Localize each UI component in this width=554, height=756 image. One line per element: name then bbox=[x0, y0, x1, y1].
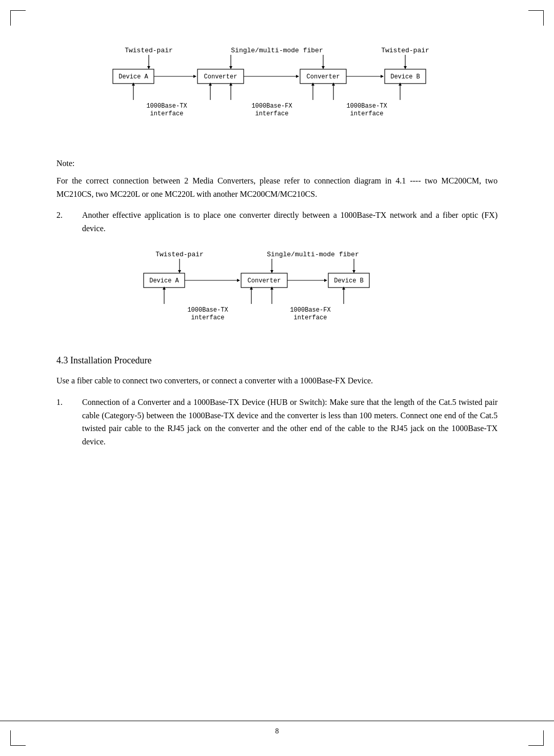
d2-label-1000tx: 1000Base-TX bbox=[187, 307, 228, 314]
svg-marker-35 bbox=[324, 279, 327, 282]
corner-mark-tr bbox=[528, 10, 544, 26]
diagram1-svg: Twisted-pair Single/multi-mode fiber Twi… bbox=[97, 41, 457, 144]
paragraph1: For the correct connection between 2 Med… bbox=[56, 174, 498, 200]
section-paragraph: Use a fiber cable to connect two convert… bbox=[56, 374, 498, 387]
d1-label-iface-mid: interface bbox=[255, 110, 289, 117]
d1-label-iface-left: interface bbox=[150, 110, 184, 117]
d1-label-tp-left: Twisted-pair bbox=[125, 47, 173, 54]
corner-mark-tl bbox=[10, 10, 26, 26]
d1-label-tp-right: Twisted-pair bbox=[381, 47, 429, 54]
svg-marker-27 bbox=[178, 270, 181, 273]
svg-marker-5 bbox=[322, 66, 325, 69]
svg-marker-15 bbox=[132, 83, 135, 86]
d1-text-device-b: Device B bbox=[390, 73, 420, 80]
svg-marker-1 bbox=[147, 66, 150, 69]
svg-marker-13 bbox=[381, 75, 384, 78]
d2-label-fiber: Single/multi-mode fiber bbox=[267, 251, 359, 258]
section-heading: 4.3 Installation Procedure bbox=[56, 355, 498, 366]
d2-label-tp: Twisted-pair bbox=[155, 251, 204, 258]
svg-marker-25 bbox=[399, 83, 402, 86]
d1-label-1000fx: 1000Base-FX bbox=[251, 103, 292, 110]
d2-text-converter: Converter bbox=[248, 277, 281, 284]
d2-label-iface-right: interface bbox=[294, 314, 327, 321]
d1-label-fiber: Single/multi-mode fiber bbox=[231, 47, 323, 54]
d2-text-device-a: Device A bbox=[149, 277, 179, 284]
item2-number: 2. bbox=[56, 209, 72, 235]
diagram1-container: Twisted-pair Single/multi-mode fiber Twi… bbox=[56, 41, 498, 144]
d1-label-1000tx-right: 1000Base-TX bbox=[346, 103, 387, 110]
svg-marker-17 bbox=[209, 83, 212, 86]
svg-marker-41 bbox=[270, 287, 273, 290]
item1-content: Connection of a Converter and a 1000Base… bbox=[82, 396, 498, 448]
d1-label-iface-right: interface bbox=[350, 110, 384, 117]
numbered-item-1: 1. Connection of a Converter and a 1000B… bbox=[56, 396, 498, 448]
d1-label-1000tx-left: 1000Base-TX bbox=[146, 103, 187, 110]
d1-text-device-a: Device A bbox=[118, 73, 148, 80]
diagram2-container: Twisted-pair Single/multi-mode fiber Dev… bbox=[56, 245, 498, 340]
svg-marker-19 bbox=[229, 83, 232, 86]
note-heading: Note: bbox=[56, 159, 498, 168]
svg-marker-7 bbox=[404, 66, 407, 69]
svg-marker-33 bbox=[237, 279, 240, 282]
svg-marker-39 bbox=[250, 287, 253, 290]
svg-marker-23 bbox=[332, 83, 335, 86]
page-content: Twisted-pair Single/multi-mode fiber Twi… bbox=[56, 0, 498, 497]
numbered-item-2: 2. Another effective application is to p… bbox=[56, 209, 498, 235]
svg-marker-29 bbox=[270, 270, 273, 273]
diagram2-svg: Twisted-pair Single/multi-mode fiber Dev… bbox=[128, 245, 426, 340]
d1-text-conv-left: Converter bbox=[204, 73, 238, 80]
d2-label-1000fx: 1000Base-FX bbox=[290, 307, 330, 314]
svg-marker-3 bbox=[229, 66, 232, 69]
d2-label-iface-left: interface bbox=[191, 314, 225, 321]
page-number: 8 bbox=[275, 727, 279, 735]
svg-marker-31 bbox=[352, 270, 355, 273]
svg-marker-21 bbox=[311, 83, 314, 86]
d2-text-device-b: Device B bbox=[334, 277, 364, 284]
svg-marker-43 bbox=[342, 287, 345, 290]
page-footer: 8 bbox=[0, 721, 554, 735]
svg-marker-9 bbox=[193, 75, 196, 78]
svg-marker-37 bbox=[163, 287, 166, 290]
item2-content: Another effective application is to plac… bbox=[82, 209, 498, 235]
d1-text-conv-right: Converter bbox=[307, 73, 340, 80]
svg-marker-11 bbox=[296, 75, 299, 78]
item1-number: 1. bbox=[56, 396, 72, 448]
